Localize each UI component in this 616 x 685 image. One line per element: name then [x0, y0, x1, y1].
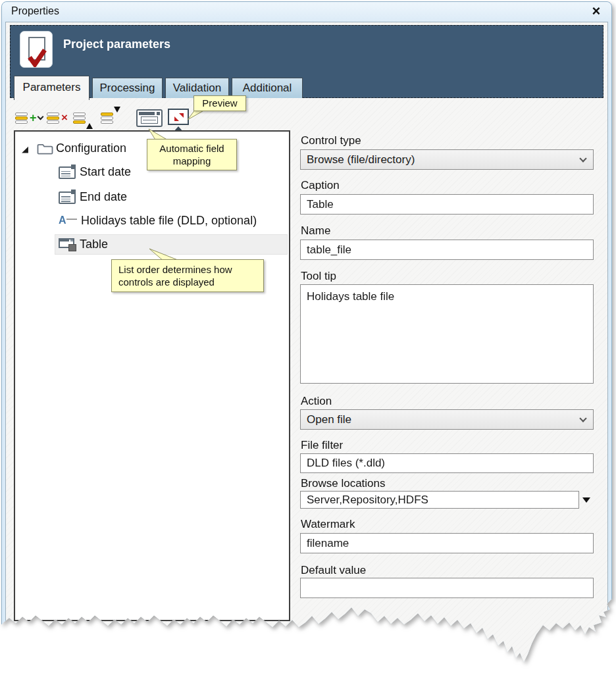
- name-field[interactable]: [300, 240, 594, 260]
- automatic-field-mapping-button[interactable]: [136, 105, 163, 130]
- caption-field[interactable]: [300, 194, 594, 215]
- text-field-icon: A: [59, 215, 66, 226]
- automatic-mapping-callout: Automatic field mapping: [147, 139, 237, 170]
- default-value-label: Default value: [301, 564, 366, 577]
- name-label: Name: [301, 224, 330, 238]
- caption-label: Caption: [301, 179, 340, 192]
- delete-parameter-button[interactable]: ×: [47, 105, 68, 130]
- browse-locations-label: Browse locations: [301, 477, 386, 490]
- watermark-field[interactable]: [300, 533, 594, 553]
- tool-tip-label: Tool tip: [301, 270, 336, 283]
- browse-locations-field[interactable]: [300, 491, 579, 509]
- move-parameter-up-button[interactable]: [73, 105, 93, 130]
- tree-item-end-date[interactable]: End date: [15, 188, 289, 208]
- default-value-field[interactable]: [300, 578, 594, 598]
- preview-callout: Preview: [193, 95, 246, 111]
- tab-parameters[interactable]: Parameters: [14, 76, 90, 100]
- list-order-callout: List order determines how controls are d…: [111, 259, 264, 292]
- title-bar[interactable]: Properties ×: [2, 2, 611, 22]
- dialog-body: Project parameters Parameters Processing…: [5, 22, 608, 667]
- move-parameter-down-button[interactable]: [101, 105, 120, 130]
- browse-field-icon: [59, 238, 74, 248]
- tree-item-holidays-table-file[interactable]: A — Holidays table file (DLD, optional): [15, 212, 289, 232]
- dialog-window: Properties × Project parameters Paramete…: [1, 1, 612, 667]
- parameter-tree: ◢ Configuration Start date End date: [14, 130, 290, 621]
- close-icon[interactable]: ×: [588, 3, 605, 20]
- chevron-down-icon: [37, 113, 43, 120]
- folder-icon: [37, 143, 53, 157]
- move-parameter-up-icon: [73, 113, 86, 124]
- delete-parameter-icon: [47, 113, 60, 124]
- tool-tip-field[interactable]: Holidays table file: [300, 284, 594, 384]
- add-parameter-icon: [15, 113, 28, 124]
- control-type-label: Control type: [301, 134, 361, 147]
- expander-icon[interactable]: ◢: [22, 145, 28, 153]
- action-dropdown[interactable]: Open file: [300, 409, 594, 430]
- dropdown-arrow-icon[interactable]: [582, 497, 590, 503]
- tab-processing[interactable]: Processing: [92, 78, 163, 98]
- date-picker-icon: [59, 191, 76, 204]
- preview-button[interactable]: [168, 104, 189, 129]
- action-label: Action: [301, 395, 332, 408]
- date-picker-icon: [59, 166, 76, 179]
- add-parameter-button[interactable]: +: [15, 105, 43, 130]
- file-filter-field[interactable]: [300, 453, 594, 473]
- page-title: Project parameters: [63, 38, 170, 51]
- control-type-dropdown[interactable]: Browse (file/directory): [300, 149, 594, 170]
- chevron-down-icon: [579, 415, 586, 422]
- document-check-icon: [20, 31, 53, 68]
- preview-icon: [168, 109, 189, 125]
- chevron-down-icon: [579, 155, 586, 162]
- file-filter-label: File filter: [301, 439, 343, 452]
- move-parameter-down-icon: [101, 113, 114, 124]
- properties-dialog: Properties × Project parameters Paramete…: [1, 1, 612, 667]
- watermark-label: Watermark: [301, 518, 355, 531]
- window-title: Properties: [11, 5, 59, 17]
- automatic-field-mapping-icon: [136, 109, 163, 127]
- tree-item-table[interactable]: Table: [15, 236, 289, 255]
